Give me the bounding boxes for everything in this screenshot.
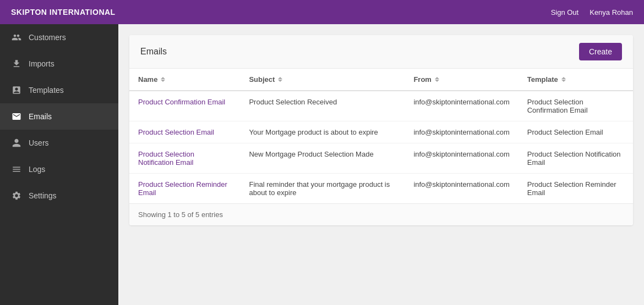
sidebar-item-emails-label: Emails bbox=[29, 112, 52, 121]
cell-template: Product Selection Email bbox=[519, 121, 633, 143]
table-row: Product Selection Notification EmailNew … bbox=[129, 143, 633, 174]
sidebar-item-templates-label: Templates bbox=[29, 86, 64, 95]
sidebar-item-settings[interactable]: Settings bbox=[0, 182, 118, 209]
cell-template: Product Selection Reminder Email bbox=[519, 174, 633, 204]
sidebar-item-customers[interactable]: Customers bbox=[0, 24, 118, 51]
sort-from-icon[interactable] bbox=[435, 77, 439, 82]
templates-icon bbox=[11, 85, 22, 96]
emails-icon bbox=[11, 111, 22, 122]
table-row: Product Selection Reminder EmailFinal re… bbox=[129, 174, 633, 204]
cell-name[interactable]: Product Confirmation Email bbox=[129, 91, 240, 121]
cell-from: info@skiptoninternational.com bbox=[405, 91, 518, 121]
sidebar-item-logs-label: Logs bbox=[29, 165, 45, 174]
col-subject: Subject bbox=[240, 69, 405, 91]
customers-icon bbox=[11, 32, 22, 43]
emails-table: Name Subject From bbox=[129, 69, 633, 203]
content-area: Emails Create Name bbox=[118, 24, 644, 305]
topbar: SKIPTON INTERNATIONAL Sign Out Kenya Roh… bbox=[0, 0, 644, 24]
sidebar-item-emails[interactable]: Emails bbox=[0, 103, 118, 130]
sidebar-item-settings-label: Settings bbox=[29, 191, 57, 200]
sort-template-icon[interactable] bbox=[561, 77, 566, 82]
main-layout: Customers Imports Templates Emails Users bbox=[0, 24, 644, 305]
sidebar-item-logs[interactable]: Logs bbox=[0, 156, 118, 182]
sidebar-item-users[interactable]: Users bbox=[0, 130, 118, 156]
table-header-row: Name Subject From bbox=[129, 69, 633, 91]
col-from: From bbox=[405, 69, 518, 91]
cell-subject: New Mortgage Product Selection Made bbox=[240, 143, 405, 174]
col-template: Template bbox=[519, 69, 633, 91]
table-row: Product Selection EmailYour Mortgage pro… bbox=[129, 121, 633, 143]
cell-name[interactable]: Product Selection Reminder Email bbox=[129, 174, 240, 204]
topbar-right: Sign Out Kenya Rohan bbox=[551, 8, 633, 16]
imports-icon bbox=[11, 58, 22, 69]
sidebar-item-imports-label: Imports bbox=[29, 59, 54, 68]
sort-name-icon[interactable] bbox=[161, 77, 165, 82]
cell-name[interactable]: Product Selection Email bbox=[129, 121, 240, 143]
sidebar-item-customers-label: Customers bbox=[29, 33, 66, 42]
user-label: Kenya Rohan bbox=[590, 8, 633, 16]
users-icon bbox=[11, 137, 22, 148]
sidebar-item-imports[interactable]: Imports bbox=[0, 51, 118, 77]
cell-subject: Your Mortgage product is about to expire bbox=[240, 121, 405, 143]
sidebar: Customers Imports Templates Emails Users bbox=[0, 24, 118, 305]
sidebar-item-templates[interactable]: Templates bbox=[0, 77, 118, 103]
cell-from: info@skiptoninternational.com bbox=[405, 121, 518, 143]
cell-name[interactable]: Product Selection Notification Email bbox=[129, 143, 240, 174]
cell-subject: Final reminder that your mortgage produc… bbox=[240, 174, 405, 204]
entries-count: Showing 1 to 5 of 5 entries bbox=[138, 210, 223, 219]
card-title: Emails bbox=[140, 47, 167, 57]
card-header: Emails Create bbox=[129, 35, 633, 69]
table-footer: Showing 1 to 5 of 5 entries bbox=[129, 203, 633, 225]
cell-from: info@skiptoninternational.com bbox=[405, 174, 518, 204]
col-name: Name bbox=[129, 69, 240, 91]
brand: SKIPTON INTERNATIONAL bbox=[11, 8, 116, 16]
sort-subject-icon[interactable] bbox=[278, 77, 282, 82]
settings-icon bbox=[11, 190, 22, 201]
cell-from: info@skiptoninternational.com bbox=[405, 143, 518, 174]
cell-subject: Product Selection Received bbox=[240, 91, 405, 121]
sidebar-item-users-label: Users bbox=[29, 138, 49, 147]
signout-button[interactable]: Sign Out bbox=[551, 8, 579, 16]
cell-template: Product Selection Confirmation Email bbox=[519, 91, 633, 121]
cell-template: Product Selection Notification Email bbox=[519, 143, 633, 174]
logs-icon bbox=[11, 164, 22, 175]
table-row: Product Confirmation EmailProduct Select… bbox=[129, 91, 633, 121]
emails-card: Emails Create Name bbox=[129, 35, 633, 225]
create-button[interactable]: Create bbox=[579, 43, 622, 60]
